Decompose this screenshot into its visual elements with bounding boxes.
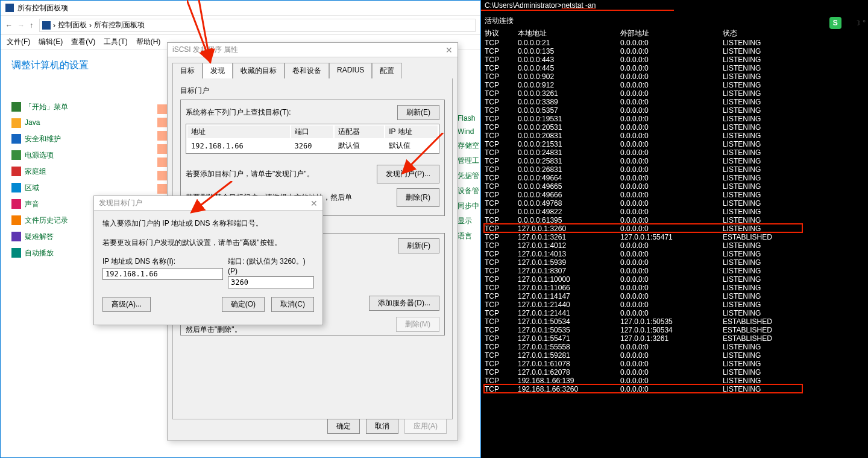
tab-1[interactable]: 发现 bbox=[203, 63, 233, 79]
cp-item-icon bbox=[11, 134, 21, 144]
close-icon[interactable]: ✕ bbox=[310, 199, 318, 208]
breadcrumb-item[interactable]: 所有控制面板项 bbox=[94, 20, 145, 30]
command-text: netstat -an bbox=[562, 1, 596, 10]
tab-5[interactable]: 配置 bbox=[372, 63, 402, 79]
port-input[interactable] bbox=[228, 276, 314, 288]
sidebar-item-label: 「开始」菜单 bbox=[25, 102, 68, 112]
dialog-footer: 确定 取消 应用(A) bbox=[327, 419, 447, 434]
nav-forward-icon[interactable]: → bbox=[17, 21, 25, 30]
discover-portal-dialog: 发现目标门户 ✕ 输入要添加门户的 IP 地址或 DNS 名称和端口号。 若要更… bbox=[93, 196, 323, 325]
menu-edit[interactable]: 编辑(E) bbox=[39, 37, 63, 47]
delete-button[interactable]: 删除(R) bbox=[397, 188, 439, 207]
cell: 默认值 bbox=[335, 139, 384, 152]
sidebar-item-label: 家庭组 bbox=[25, 167, 46, 177]
sidebar-item[interactable]: 家庭组 bbox=[11, 167, 157, 177]
nav-buttons: ← → ↑ bbox=[5, 21, 33, 30]
refresh-button[interactable]: 刷新(F) bbox=[398, 238, 439, 253]
netstat-row: TCP127.0.0.1:214400.0.0.0:0LISTENING bbox=[485, 301, 795, 309]
cancel-button[interactable]: 取消(C) bbox=[271, 297, 314, 312]
cell: 默认值 bbox=[385, 139, 438, 152]
nav-up-icon[interactable]: ↑ bbox=[30, 21, 33, 30]
ok-button[interactable]: 确定(O) bbox=[222, 297, 265, 312]
col-header: IP 地址 bbox=[385, 126, 438, 138]
netstat-row: TCP127.0.0.1:40120.0.0.0:0LISTENING bbox=[485, 241, 795, 250]
cp-item-icon bbox=[11, 102, 21, 112]
netstat-row: TCP0.0.0.0:258310.0.0.0:0LISTENING bbox=[485, 157, 795, 165]
address-bar: ← → ↑ › 控制面板 › 所有控制面板项 bbox=[1, 16, 480, 35]
nav-back-icon[interactable]: ← bbox=[5, 21, 13, 30]
netstat-row: TCP127.0.0.1:141470.0.0.0:0LISTENING bbox=[485, 292, 795, 301]
sidebar-item[interactable]: Java bbox=[11, 118, 157, 128]
menu-file[interactable]: 文件(F) bbox=[7, 37, 30, 47]
sidebar-item-label: 同步中 bbox=[458, 201, 479, 211]
cp-item-icon bbox=[11, 248, 21, 258]
sidebar-item-label: Java bbox=[25, 118, 40, 128]
netstat-row: TCP0.0.0.0:496650.0.0.0:0LISTENING bbox=[485, 182, 795, 191]
port-label: 端口: (默认值为 3260。)(P) bbox=[228, 256, 314, 275]
sidebar-item[interactable]: 「开始」菜单 bbox=[11, 102, 157, 112]
netstat-row: TCP192.168.1.66:1390.0.0.0:0LISTENING bbox=[485, 377, 795, 385]
cell: 3260 bbox=[291, 139, 333, 152]
ime-indicator[interactable]: S 五 ☽ ° bbox=[829, 17, 866, 29]
sidebar-item-label: 管理工 bbox=[458, 156, 479, 166]
tab-0[interactable]: 目标 bbox=[172, 63, 203, 79]
cp-icon bbox=[42, 21, 51, 30]
advanced-button[interactable]: 高级(A)... bbox=[102, 297, 151, 312]
tab-strip: 目标发现收藏的目标卷和设备RADIUS配置 bbox=[168, 57, 458, 78]
cancel-button[interactable]: 取消 bbox=[366, 419, 398, 434]
netstat-row: TCP192.168.1.66:32600.0.0.0:0LISTENING bbox=[485, 385, 795, 393]
netstat-row: TCP0.0.0.0:208310.0.0.0:0LISTENING bbox=[485, 132, 795, 140]
sidebar-item-label: 声音 bbox=[25, 199, 39, 209]
ip-input[interactable] bbox=[102, 268, 223, 280]
instruction-text: 输入要添加门户的 IP 地址或 DNS 名称和端口号。 bbox=[102, 218, 314, 229]
moon-icon: ☽ ° bbox=[854, 19, 866, 27]
netstat-row: TCP0.0.0.0:9120.0.0.0:0LISTENING bbox=[485, 81, 795, 89]
sidebar-item-label: 凭据管 bbox=[458, 171, 479, 181]
tab-2[interactable]: 收藏的目标 bbox=[233, 63, 285, 79]
sidebar-item-label: 自动播放 bbox=[25, 248, 54, 258]
dialog-title-bar: 发现目标门户 ✕ bbox=[94, 196, 322, 211]
add-server-button[interactable]: 添加服务器(D)... bbox=[369, 296, 439, 311]
menu-tools[interactable]: 工具(T) bbox=[104, 37, 127, 47]
sidebar-item[interactable]: 安全和维护 bbox=[11, 134, 157, 144]
refresh-button[interactable]: 刷新(E) bbox=[397, 105, 439, 120]
menu-view[interactable]: 查看(V) bbox=[71, 37, 95, 47]
cell: 192.168.1.66 bbox=[187, 139, 290, 152]
col-header: 协议 bbox=[485, 28, 518, 39]
delete-button: 删除(M) bbox=[396, 317, 439, 332]
ime-mode: 五 bbox=[844, 17, 852, 28]
tab-4[interactable]: RADIUS bbox=[329, 63, 372, 79]
cp-item-icon bbox=[11, 183, 21, 192]
cp-item-icon bbox=[11, 199, 21, 209]
portal-table[interactable]: 地址端口适配器IP 地址 192.168.1.663260默认值默认值 bbox=[186, 124, 439, 154]
tab-3[interactable]: 卷和设备 bbox=[285, 63, 329, 79]
netstat-row: TCP127.0.0.1:555580.0.0.0:0LISTENING bbox=[485, 343, 795, 351]
breadcrumb[interactable]: › 控制面板 › 所有控制面板项 bbox=[39, 19, 476, 32]
dialog-title: 发现目标门户 bbox=[99, 198, 142, 208]
menu-help[interactable]: 帮助(H) bbox=[136, 37, 161, 47]
netstat-row: TCP127.0.0.1:50535127.0.0.1:50534ESTABLI… bbox=[485, 326, 795, 334]
cp-item-icon bbox=[157, 184, 167, 194]
cp-item-icon bbox=[157, 157, 167, 167]
breadcrumb-item[interactable]: 控制面板 bbox=[58, 20, 87, 30]
netstat-row: TCP127.0.0.1:100000.0.0.0:0LISTENING bbox=[485, 275, 795, 284]
sidebar-item-label: Flash bbox=[458, 114, 475, 122]
sidebar-item-label: 区域 bbox=[25, 183, 39, 193]
sidebar-item[interactable]: 区域 bbox=[11, 183, 157, 193]
sidebar-item-label: 文件历史记录 bbox=[25, 215, 68, 226]
netstat-row: TCP127.0.0.1:55471127.0.0.1:3261ESTABLIS… bbox=[485, 334, 795, 343]
discover-portal-button[interactable]: 发现门户(P)... bbox=[377, 165, 439, 183]
ok-button[interactable]: 确定 bbox=[327, 419, 360, 434]
netstat-row: TCP127.0.0.1:110660.0.0.0:0LISTENING bbox=[485, 284, 795, 292]
netstat-row: TCP127.0.0.1:3261127.0.0.1:55471ESTABLIS… bbox=[485, 233, 795, 241]
close-icon[interactable]: ✕ bbox=[445, 45, 453, 55]
sidebar-item[interactable]: 电源选项 bbox=[11, 150, 157, 161]
sidebar-item-label: 显示 bbox=[458, 216, 472, 226]
netstat-row: TCP0.0.0.0:496640.0.0.0:0LISTENING bbox=[485, 174, 795, 182]
cp-item-icon bbox=[11, 118, 21, 128]
section-header: 活动连接 bbox=[485, 16, 868, 26]
col-header: 地址 bbox=[187, 126, 290, 138]
netstat-row: TCP127.0.0.1:83070.0.0.0:0LISTENING bbox=[485, 267, 795, 275]
sidebar-item-label: Wind bbox=[458, 127, 474, 136]
netstat-row: TCP0.0.0.0:205310.0.0.0:0LISTENING bbox=[485, 123, 795, 132]
